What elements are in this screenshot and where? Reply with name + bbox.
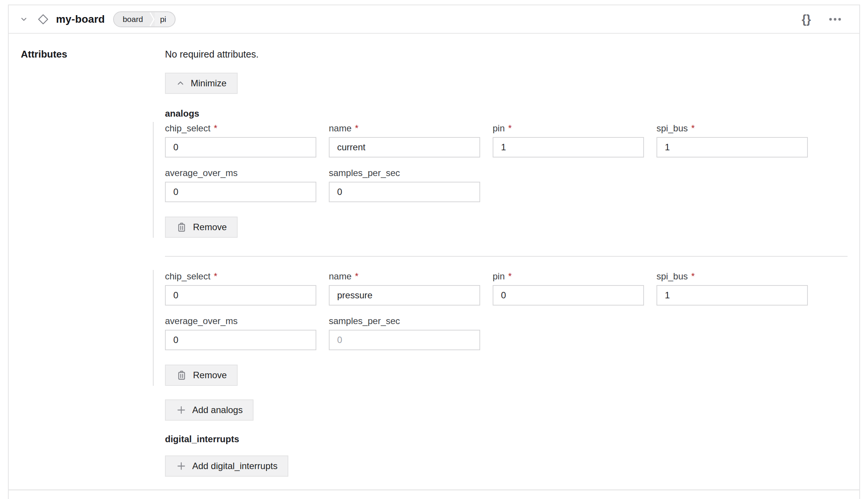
section-title: Attributes — [21, 48, 165, 61]
field-label: pin* — [493, 123, 644, 134]
component-name: my-board — [56, 13, 105, 25]
field-average-over-ms: average_over_ms — [165, 315, 316, 350]
ellipsis-icon — [828, 17, 842, 22]
add-analogs-button-label: Add analogs — [192, 405, 243, 415]
chevron-up-icon — [176, 79, 185, 88]
field-label: name* — [329, 123, 480, 134]
average-over-ms-input[interactable] — [165, 330, 316, 350]
attributes-section: Attributes No required attributes. Minim… — [9, 34, 859, 490]
field-label: name* — [329, 271, 480, 282]
field-label: chip_select* — [165, 271, 316, 282]
field-chip-select: chip_select* — [165, 123, 316, 157]
section-label-column: Attributes — [21, 48, 165, 477]
pin-input[interactable] — [493, 137, 644, 157]
analog-item: chip_select* name* pin* spi_bus* — [153, 270, 848, 386]
add-analogs-button[interactable]: Add analogs — [165, 399, 254, 421]
field-name: name* — [329, 123, 480, 157]
remove-button-label: Remove — [193, 222, 227, 232]
field-spi-bus: spi_bus* — [656, 123, 808, 157]
field-pin: pin* — [493, 271, 644, 306]
digital-interrupts-label: digital_interrupts — [165, 434, 848, 445]
required-marker: * — [508, 123, 512, 134]
field-label: spi_bus* — [656, 123, 808, 134]
pin-input[interactable] — [493, 285, 644, 306]
plus-icon — [176, 461, 187, 471]
field-pin: pin* — [493, 123, 644, 157]
field-label: samples_per_sec — [329, 315, 480, 327]
raw-json-toggle-button[interactable]: {} — [802, 13, 811, 25]
samples-per-sec-input[interactable] — [329, 182, 480, 202]
card-menu-button[interactable] — [828, 17, 842, 22]
field-label: average_over_ms — [165, 167, 316, 179]
remove-button-label: Remove — [193, 370, 227, 380]
analog-item-fields: chip_select* name* pin* spi_bus* — [165, 271, 848, 350]
no-required-attributes-note: No required attributes. — [165, 48, 848, 61]
remove-analog-button[interactable]: Remove — [165, 217, 238, 238]
chip-select-input[interactable] — [165, 285, 316, 306]
name-input[interactable] — [329, 285, 480, 306]
field-name: name* — [329, 271, 480, 306]
component-card: my-board board pi {} Attributes No requi… — [8, 5, 860, 499]
chip-select-input[interactable] — [165, 137, 316, 157]
component-type-tag: board — [114, 12, 149, 27]
component-type-icon — [37, 13, 49, 25]
field-chip-select: chip_select* — [165, 271, 316, 306]
field-label: average_over_ms — [165, 315, 316, 327]
remove-analog-button[interactable]: Remove — [165, 365, 238, 386]
average-over-ms-input[interactable] — [165, 182, 316, 202]
analogs-label: analogs — [165, 108, 848, 119]
minimize-button-label: Minimize — [191, 78, 227, 89]
add-digital-interrupts-button[interactable]: Add digital_interrupts — [165, 455, 288, 477]
badge-chevron-divider-icon — [149, 12, 155, 27]
trash-icon — [176, 370, 187, 381]
required-marker: * — [691, 123, 695, 134]
add-digital-interrupts-button-label: Add digital_interrupts — [192, 461, 277, 471]
field-label: spi_bus* — [656, 271, 808, 282]
spi-bus-input[interactable] — [656, 285, 808, 306]
name-input[interactable] — [329, 137, 480, 157]
field-label: samples_per_sec — [329, 167, 480, 179]
field-spi-bus: spi_bus* — [656, 271, 808, 306]
analog-item-fields: chip_select* name* pin* spi_bus* — [165, 123, 848, 202]
samples-per-sec-input[interactable] — [329, 330, 480, 350]
required-marker: * — [355, 271, 358, 282]
collapse-chevron-icon[interactable] — [20, 15, 28, 23]
trash-icon — [176, 221, 187, 233]
field-label: pin* — [493, 271, 644, 282]
required-marker: * — [214, 123, 217, 134]
component-card-header: my-board board pi {} — [9, 5, 859, 34]
next-section-divider — [9, 490, 859, 490]
plus-icon — [176, 405, 187, 415]
required-marker: * — [691, 271, 695, 282]
required-marker: * — [214, 271, 217, 282]
component-model-tag: pi — [155, 12, 175, 27]
required-marker: * — [355, 123, 358, 134]
field-samples-per-sec: samples_per_sec — [329, 315, 480, 350]
required-marker: * — [508, 271, 512, 282]
analog-items-divider — [165, 256, 848, 257]
braces-icon: {} — [802, 13, 811, 25]
spi-bus-input[interactable] — [656, 137, 808, 157]
component-model-badge: board pi — [113, 11, 176, 27]
minimize-button[interactable]: Minimize — [165, 73, 238, 94]
field-label: chip_select* — [165, 123, 316, 134]
field-average-over-ms: average_over_ms — [165, 167, 316, 202]
analog-item: chip_select* name* pin* spi_bus* — [153, 122, 848, 238]
attributes-form: No required attributes. Minimize analogs… — [165, 48, 848, 477]
field-samples-per-sec: samples_per_sec — [329, 167, 480, 202]
